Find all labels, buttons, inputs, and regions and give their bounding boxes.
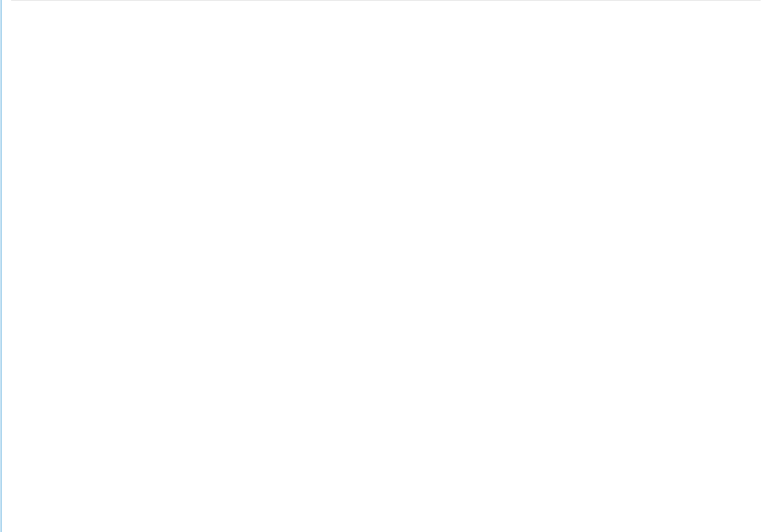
panel-left-border bbox=[1, 0, 2, 532]
previous-section-table bbox=[11, 0, 761, 1]
reconciliation-panel bbox=[11, 0, 761, 1]
